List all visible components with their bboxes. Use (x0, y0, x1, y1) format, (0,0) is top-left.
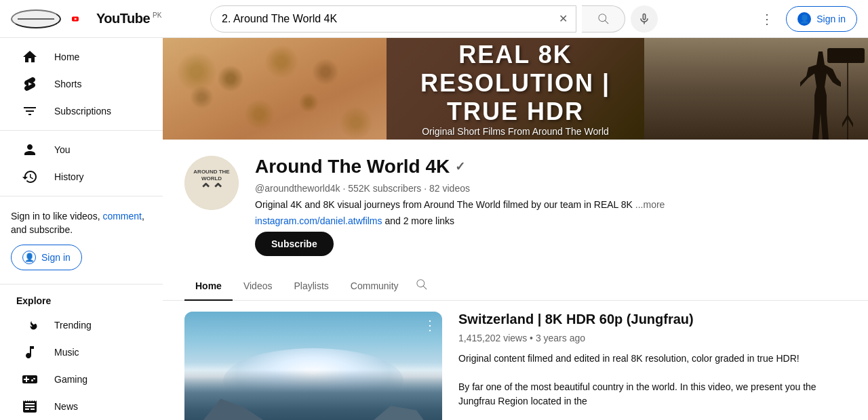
verified-icon: ✓ (455, 159, 465, 174)
sidebar-item-music[interactable]: Music (5, 339, 157, 366)
menu-button[interactable] (11, 9, 61, 28)
banner-title: REAL 8K RESOLUTION | TRUE HDR (408, 41, 623, 126)
channel-handle: @aroundtheworld4k (255, 183, 340, 194)
header-left: YouTube PK (11, 9, 174, 28)
subscribe-button[interactable]: Subscribe (255, 232, 334, 256)
more-options-button[interactable]: ⋮ (753, 5, 781, 33)
sidebar-sign-in-label: Sign in (41, 252, 71, 263)
video-thumbnail[interactable]: ⋮ Switzerland | 8K HDR 60p (Jungfrau) (184, 312, 442, 420)
banner-image: REAL 8K RESOLUTION | TRUE HDR Original S… (163, 38, 868, 140)
sidebar-item-subscriptions[interactable]: Subscriptions (5, 98, 157, 125)
search-icon (597, 12, 610, 26)
header-right: ⋮ 👤 Sign in (694, 5, 857, 33)
sign-in-avatar-icon: 👤 (797, 12, 811, 26)
sidebar-item-gaming[interactable]: Gaming (5, 366, 157, 393)
sign-in-prompt: Sign in to like videos, comment, and sub… (11, 210, 152, 236)
channel-links: instagram.com/daniel.atwfilms and 2 more… (255, 215, 846, 226)
sidebar-item-news[interactable]: News (5, 393, 157, 420)
logo-text: YouTube (96, 11, 150, 26)
sidebar-divider-3 (0, 284, 163, 285)
video-views: 1,415,202 views (458, 333, 527, 343)
sign-in-button[interactable]: 👤 Sign in (786, 6, 857, 32)
banner-text-area: REAL 8K RESOLUTION | TRUE HDR Original S… (387, 38, 644, 140)
sidebar-divider-2 (0, 196, 163, 196)
channel-info: AROUND THE WORLD ⌃⌃ Around The World 4K … (163, 140, 868, 272)
sidebar-item-trending-label: Trending (54, 320, 92, 331)
channel-avatar: AROUND THE WORLD ⌃⌃ (184, 156, 239, 210)
sidebar-item-you-label: You (54, 144, 71, 155)
banner-subtitle: Original Short Films From Around The Wor… (408, 126, 623, 137)
video-desc-line2: By far one of the most beautiful country… (458, 380, 846, 408)
video-stats-separator: • (530, 333, 536, 343)
tab-home[interactable]: Home (184, 272, 233, 301)
video-thumb-menu-button[interactable]: ⋮ (423, 317, 437, 333)
search-form: ✕ (210, 5, 576, 33)
channel-meta: @aroundtheworld4k · 552K subscribers · 8… (255, 183, 846, 194)
subscriptions-icon (22, 103, 38, 119)
instagram-link[interactable]: instagram.com/daniel.atwfilms (255, 215, 382, 226)
history-icon (22, 169, 38, 185)
explore-section-label: Explore (0, 290, 163, 312)
sidebar-item-home-label: Home (54, 51, 79, 62)
sidebar-item-shorts-label: Shorts (54, 79, 81, 89)
shorts-icon (22, 76, 38, 92)
trending-icon (22, 317, 38, 333)
sidebar-sign-in-icon: 👤 (22, 251, 36, 264)
sidebar-item-history-label: History (54, 171, 84, 182)
mic-icon (637, 12, 651, 26)
sidebar-item-news-label: News (54, 401, 78, 412)
channel-description: Original 4K and 8K visual journeys from … (255, 199, 846, 210)
sidebar-sign-in-button[interactable]: 👤 Sign in (11, 245, 82, 270)
mic-button[interactable] (631, 5, 658, 33)
music-icon (22, 344, 38, 360)
home-icon (22, 49, 38, 65)
search-submit-button[interactable] (582, 5, 625, 33)
more-links-count[interactable]: and 2 more links (384, 215, 454, 226)
video-title[interactable]: Switzerland | 8K HDR 60p (Jungfrau) (458, 312, 846, 327)
channel-name-row: Around The World 4K ✓ (255, 156, 846, 177)
tab-search-icon[interactable] (415, 278, 429, 295)
search-input[interactable] (211, 7, 551, 30)
video-stats: 1,415,202 views • 3 years ago (458, 333, 846, 343)
channel-desc-more[interactable]: ...more (635, 199, 665, 210)
video-section: ⋮ Switzerland | 8K HDR 60p (Jungfrau) Sw… (163, 301, 868, 420)
video-description: Original content filmed and edited in re… (458, 352, 846, 408)
channel-details: Around The World 4K ✓ @aroundtheworld4k … (255, 156, 846, 256)
tab-videos[interactable]: Videos (233, 272, 283, 301)
channel-name-text: Around The World 4K (255, 156, 450, 177)
news-icon (22, 398, 38, 415)
sign-in-section: Sign in to like videos, comment, and sub… (0, 202, 163, 278)
video-info: Switzerland | 8K HDR 60p (Jungfrau) 1,41… (458, 312, 846, 420)
gaming-icon (22, 371, 38, 387)
channel-desc-text: Original 4K and 8K visual journeys from … (255, 199, 633, 210)
tab-playlists[interactable]: Playlists (283, 272, 339, 301)
sidebar-item-music-label: Music (54, 347, 79, 358)
main-content: REAL 8K RESOLUTION | TRUE HDR Original S… (163, 38, 868, 420)
you-icon (22, 142, 38, 158)
video-time-ago: 3 years ago (536, 333, 585, 343)
channel-meta-dot2: · (424, 183, 429, 194)
sidebar-item-subscriptions-label: Subscriptions (54, 106, 111, 117)
search-bar: ✕ (174, 5, 694, 33)
sidebar: Home Shorts Subscriptions You History Si… (0, 38, 163, 420)
sidebar-item-home[interactable]: Home (5, 43, 157, 70)
sign-in-label: Sign in (816, 14, 846, 24)
avatar-text-line1: AROUND THE (193, 169, 229, 175)
logo[interactable]: YouTube PK (72, 11, 161, 26)
header: YouTube PK ✕ ⋮ 👤 Sign in (0, 0, 868, 38)
sidebar-item-gaming-label: Gaming (54, 374, 87, 385)
channel-video-count: 82 videos (429, 183, 470, 194)
tab-community[interactable]: Community (340, 272, 410, 301)
channel-tabs: Home Videos Playlists Community (163, 272, 868, 301)
search-clear-button[interactable]: ✕ (551, 12, 576, 25)
logo-region: PK (153, 12, 161, 19)
sidebar-item-shorts[interactable]: Shorts (5, 70, 157, 98)
sidebar-item-history[interactable]: History (5, 163, 157, 190)
sidebar-divider-1 (0, 130, 163, 131)
youtube-logo-icon (72, 12, 94, 26)
channel-subscribers: 552K subscribers (348, 183, 421, 194)
sign-in-comment-link[interactable]: comment (102, 211, 142, 222)
avatar-logo-icon: ⌃⌃ (199, 182, 224, 197)
sidebar-item-trending[interactable]: Trending (5, 312, 157, 339)
sidebar-item-you[interactable]: You (5, 136, 157, 163)
